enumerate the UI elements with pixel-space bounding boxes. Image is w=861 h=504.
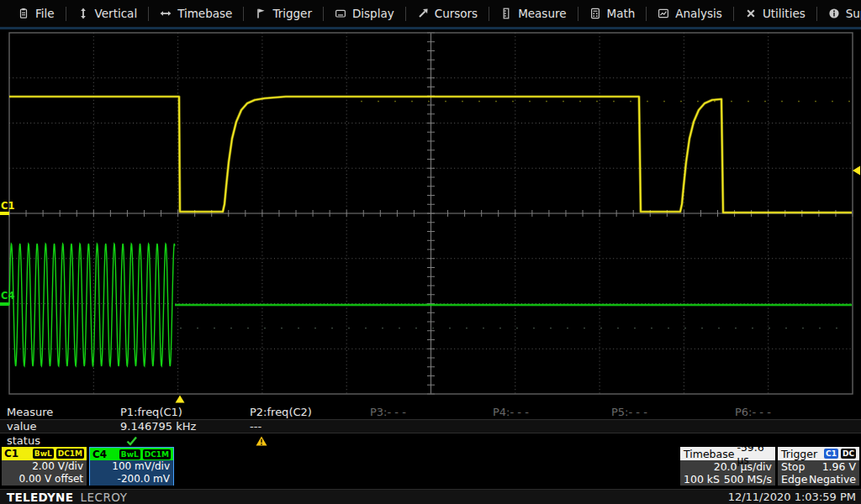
persistence-dot (781, 101, 783, 102)
persistence-dot (314, 328, 316, 329)
persistence-dot (180, 328, 182, 329)
persistence-dot (848, 101, 850, 102)
trigger-source-badge: C1 (824, 449, 838, 459)
trigger-mode: Stop (781, 460, 805, 473)
measure-p1-header[interactable]: P1:freq(C1) (120, 406, 182, 419)
persistence-dot (415, 328, 417, 329)
timebase-descriptor[interactable]: Timebase -59.6 µs 20.0 µs/div 100 kS 500… (680, 447, 775, 486)
persistence-dot (546, 101, 547, 102)
channel-c4-vdiv: 100 mV/div (93, 460, 170, 473)
trigger-header: Trigger C1 DC (778, 447, 859, 460)
persistence-dot (680, 101, 682, 102)
persistence-dot (512, 101, 514, 102)
status-row-label: status (7, 434, 40, 448)
measure-status-row: status (0, 434, 861, 448)
brand-lecroy: LECROY (80, 491, 127, 504)
persistence-dot (563, 101, 564, 102)
trigger-time-marker (176, 396, 185, 403)
channel-c4-settings: 100 mV/div -200.0 mV (90, 460, 173, 486)
persistence-dot (651, 328, 652, 329)
persistence-dot (634, 328, 636, 329)
persistence-dot (462, 101, 463, 102)
persistence-dot (579, 101, 581, 102)
persistence-dot (331, 328, 333, 329)
persistence-dot (735, 328, 737, 329)
persistence-dot (617, 328, 619, 329)
measure-p2-value: --- (250, 420, 261, 433)
channel-c4-descriptor[interactable]: C4 BwL DC1M 100 mV/div -200.0 mV (89, 447, 174, 486)
channel-c1-coupling-badge: DC1M (56, 449, 84, 459)
persistence-dot (798, 101, 800, 102)
persistence-dot (785, 328, 787, 329)
persistence-dot (668, 328, 669, 329)
channel-c1-header: C1 BwL DC1M (2, 447, 87, 460)
channel-c1-descriptor[interactable]: C1 BwL DC1M 2.00 V/div 0.00 V offset (2, 447, 87, 486)
measure-p4-header[interactable]: P4:- - - (493, 406, 529, 419)
timebase-rate: 500 MS/s (724, 473, 772, 486)
persistence-dot (495, 101, 497, 102)
trigger-settings: Stop 1.96 V Edge Negative (778, 460, 859, 486)
persistence-dot (432, 328, 434, 329)
brand-teledyne: TELEDYNE (7, 491, 73, 504)
persistence-dot (214, 328, 215, 329)
persistence-dot (815, 101, 816, 102)
channel-c1-trace-label: C1 (1, 200, 14, 212)
channel-c4-coupling-badge: DC1M (143, 449, 171, 459)
persistence-dot (701, 328, 703, 329)
persistence-dot (764, 101, 766, 102)
persistence-dot (365, 328, 367, 329)
persistence-dot (731, 101, 732, 102)
channel-c4-header: C4 BwL DC1M (90, 448, 173, 460)
persistence-dot (399, 328, 400, 329)
persistence-dot (361, 101, 362, 102)
persistence-dot (836, 328, 837, 329)
persistence-dot (197, 328, 198, 329)
persistence-dot (600, 328, 602, 329)
trigger-descriptor[interactable]: Trigger C1 DC Stop 1.96 V Edge Negative (778, 447, 859, 486)
persistence-dot (483, 328, 484, 329)
persistence-dot (567, 328, 568, 329)
persistence-dot (230, 328, 232, 329)
channel-c4-id: C4 (92, 449, 117, 460)
measure-row-label: Measure (7, 406, 53, 419)
timebase-title: Timebase (684, 448, 734, 460)
channel-c1-id: C1 (4, 448, 30, 459)
persistence-dot (697, 101, 699, 102)
persistence-dot (769, 328, 770, 329)
oscilloscope-app: FileVerticalTimebaseTriggerDisplayCursor… (0, 0, 861, 504)
persistence-dot (394, 101, 396, 102)
persistence-dot (550, 328, 552, 329)
channel-c4-offset-marker[interactable] (0, 302, 9, 306)
persistence-dot (529, 101, 531, 102)
persistence-dot (499, 328, 501, 329)
measure-p2-status-warning-icon (256, 436, 267, 449)
persistence-dot (630, 101, 631, 102)
measure-p2-header[interactable]: P2:freq(C2) (250, 406, 312, 419)
persistence-dot (478, 101, 480, 102)
persistence-dot (596, 101, 598, 102)
persistence-dot (449, 328, 451, 329)
channel-c1-offset-marker[interactable] (0, 212, 9, 215)
measure-p3-header[interactable]: P3:- - - (370, 406, 406, 419)
persistence-dot (684, 328, 686, 329)
measure-p5-header[interactable]: P5:- - - (611, 406, 647, 419)
persistence-dot (411, 101, 413, 102)
measure-header-row: Measure P1:freq(C1)P2:freq(C2)P3:- - -P4… (0, 406, 861, 419)
trigger-level: 1.96 V (822, 460, 856, 473)
trigger-level-marker (853, 166, 860, 176)
persistence-dot (348, 328, 350, 329)
channel-c1-vdiv: 2.00 V/div (5, 460, 83, 473)
measure-p1-value: 9.146795 kHz (120, 420, 196, 433)
trigger-coupling-badge: DC (841, 449, 856, 459)
persistence-dot (533, 328, 535, 329)
measure-p6-header[interactable]: P6:- - - (735, 406, 771, 419)
persistence-dot (378, 101, 379, 102)
persistence-dot (466, 328, 467, 329)
trigger-title: Trigger (781, 448, 821, 460)
persistence-dot (718, 328, 720, 329)
persistence-dot (382, 328, 383, 329)
persistence-dot (663, 101, 665, 102)
persistence-dot (647, 101, 648, 102)
persistence-dot (264, 328, 266, 329)
persistence-dot (832, 101, 833, 102)
